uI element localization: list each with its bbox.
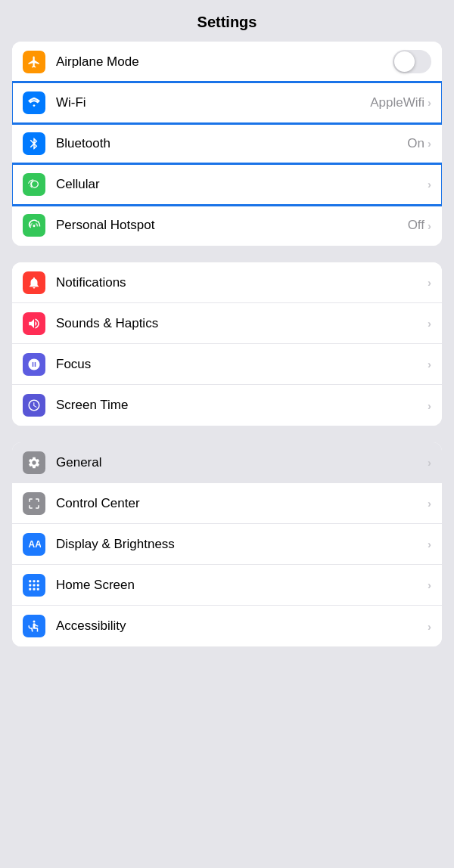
- general-label: General: [56, 455, 428, 470]
- homescreen-icon: [23, 574, 45, 597]
- sounds-label: Sounds & Haptics: [56, 316, 428, 331]
- hotspot-chevron: ›: [428, 219, 431, 232]
- row-general[interactable]: General ›: [12, 442, 442, 483]
- section-connectivity: Airplane Mode Wi-Fi AppleWifi › Bluetoot…: [12, 42, 442, 246]
- notifications-label: Notifications: [56, 275, 428, 290]
- row-bluetooth[interactable]: Bluetooth On ›: [12, 123, 442, 164]
- svg-rect-2: [33, 580, 36, 582]
- hotspot-label: Personal Hotspot: [56, 218, 408, 233]
- row-controlcenter[interactable]: Control Center ›: [12, 483, 442, 524]
- wifi-value: AppleWifi: [370, 95, 424, 110]
- cellular-icon: [23, 173, 45, 196]
- section-system: General › Control Center › AA Display & …: [12, 442, 442, 646]
- homescreen-label: Home Screen: [56, 578, 428, 593]
- general-chevron: ›: [428, 456, 431, 469]
- svg-rect-8: [33, 587, 36, 590]
- accessibility-chevron: ›: [428, 620, 431, 633]
- svg-rect-1: [29, 580, 31, 582]
- bluetooth-icon: [23, 132, 45, 155]
- svg-rect-9: [37, 587, 39, 590]
- wifi-icon: [23, 91, 45, 114]
- row-airplane-mode[interactable]: Airplane Mode: [12, 42, 442, 82]
- homescreen-chevron: ›: [428, 578, 431, 591]
- sounds-chevron: ›: [428, 317, 431, 330]
- row-homescreen[interactable]: Home Screen ›: [12, 565, 442, 606]
- accessibility-label: Accessibility: [56, 618, 428, 634]
- page-title: Settings: [0, 0, 454, 42]
- svg-point-10: [33, 621, 36, 623]
- svg-rect-5: [33, 584, 36, 586]
- row-display[interactable]: AA Display & Brightness ›: [12, 524, 442, 565]
- bluetooth-chevron: ›: [428, 137, 431, 150]
- screentime-icon: [23, 394, 45, 417]
- settings-container: Airplane Mode Wi-Fi AppleWifi › Bluetoot…: [0, 42, 454, 646]
- controlcenter-chevron: ›: [428, 497, 431, 510]
- focus-icon: [23, 353, 45, 376]
- airplane-mode-toggle[interactable]: [393, 50, 431, 73]
- svg-rect-4: [29, 584, 31, 586]
- row-cellular[interactable]: Cellular ›: [12, 164, 442, 205]
- sounds-icon: [23, 312, 45, 335]
- display-icon: AA: [23, 533, 45, 556]
- row-focus[interactable]: Focus ›: [12, 344, 442, 385]
- focus-label: Focus: [56, 357, 428, 372]
- notifications-icon: [23, 271, 45, 294]
- cellular-chevron: ›: [428, 178, 431, 191]
- bluetooth-value: On: [407, 136, 424, 151]
- airplane-mode-label: Airplane Mode: [56, 54, 393, 70]
- display-label: Display & Brightness: [56, 537, 428, 552]
- focus-chevron: ›: [428, 358, 431, 370]
- screentime-label: Screen Time: [56, 398, 428, 413]
- row-screentime[interactable]: Screen Time ›: [12, 385, 442, 426]
- screentime-chevron: ›: [428, 399, 431, 412]
- svg-rect-6: [37, 584, 39, 586]
- controlcenter-icon: [23, 492, 45, 515]
- row-hotspot[interactable]: Personal Hotspot Off ›: [12, 205, 442, 246]
- svg-text:AA: AA: [29, 538, 42, 549]
- section-notifications: Notifications › Sounds & Haptics › Focus: [12, 262, 442, 426]
- row-notifications[interactable]: Notifications ›: [12, 262, 442, 303]
- hotspot-value: Off: [408, 218, 424, 233]
- controlcenter-label: Control Center: [56, 496, 428, 511]
- notifications-chevron: ›: [428, 276, 431, 289]
- svg-rect-7: [29, 587, 31, 590]
- hotspot-icon: [23, 214, 45, 237]
- cellular-label: Cellular: [56, 177, 424, 192]
- wifi-chevron: ›: [428, 96, 431, 109]
- row-sounds[interactable]: Sounds & Haptics ›: [12, 303, 442, 344]
- display-chevron: ›: [428, 538, 431, 550]
- airplane-mode-icon: [23, 51, 45, 73]
- accessibility-icon: [23, 615, 45, 637]
- wifi-label: Wi-Fi: [56, 95, 370, 110]
- bluetooth-label: Bluetooth: [56, 136, 407, 151]
- row-accessibility[interactable]: Accessibility ›: [12, 606, 442, 646]
- row-wifi[interactable]: Wi-Fi AppleWifi ›: [12, 82, 442, 123]
- general-icon: [23, 451, 45, 474]
- svg-rect-3: [37, 580, 39, 582]
